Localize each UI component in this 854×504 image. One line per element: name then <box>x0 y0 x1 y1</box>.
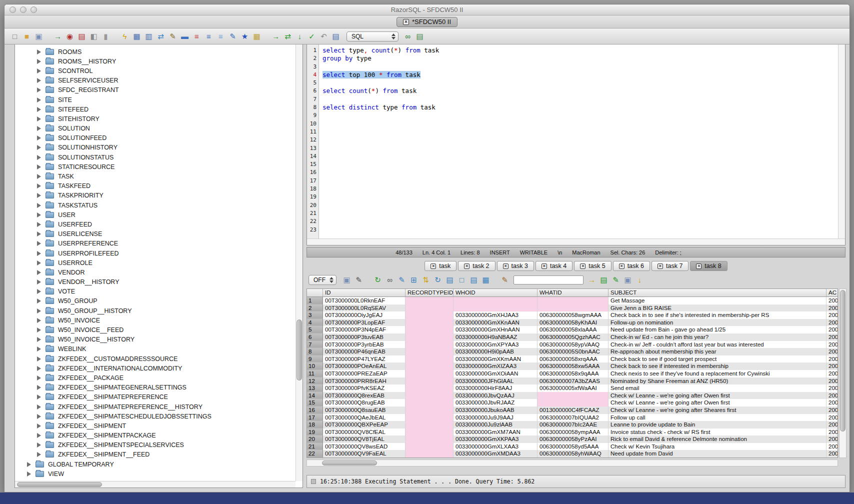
grid-cell-subject[interactable]: Check back in to see if she's interested… <box>608 312 826 319</box>
edit-table-icon[interactable]: ▦ <box>132 31 142 42</box>
grid-cell-id[interactable]: 00T3000000P46qnEAB <box>323 348 406 356</box>
document-tab[interactable]: × *SFDCW50 II <box>396 17 458 27</box>
grid-cell-subject[interactable]: Check-in w/ Jeff - couldn't afford last … <box>608 341 826 348</box>
code-line[interactable] <box>322 185 838 193</box>
grid-cell-id[interactable]: 00T3000000P3N4pEAF <box>323 326 406 334</box>
row-number-cell[interactable]: 21 <box>307 443 323 450</box>
grid-cell-subject[interactable]: Check w/ Leanne - we're going after Owen… <box>608 399 826 406</box>
code-line[interactable] <box>322 63 838 71</box>
favorites-icon[interactable]: ★ <box>240 31 250 42</box>
code-line[interactable] <box>322 168 838 176</box>
grid-cell-recordtypeid[interactable] <box>406 414 454 422</box>
disclosure-triangle-icon[interactable] <box>37 308 41 314</box>
row-number-cell[interactable]: 1 <box>307 297 323 304</box>
grid-cell-whatid[interactable]: 006300000058x9qAAA <box>538 370 608 378</box>
sidebar-item-view[interactable]: VIEW <box>15 469 302 478</box>
disclosure-triangle-icon[interactable] <box>37 394 41 400</box>
code-line[interactable] <box>322 112 838 120</box>
grid-cell-whatid[interactable]: 006300000058xrqAAA <box>538 356 608 363</box>
grid-cell-ac[interactable]: 200 <box>826 326 838 334</box>
sidebar-item-userpreference[interactable]: USERPREFERENCE <box>15 239 302 248</box>
disclosure-triangle-icon[interactable] <box>37 433 41 438</box>
code-line[interactable] <box>322 218 838 226</box>
grid-cell-subject[interactable]: Re-approach about membership this year <box>608 348 826 356</box>
row-number-cell[interactable]: 3 <box>307 312 323 319</box>
column-header-subject[interactable]: SUBJECT <box>608 289 826 297</box>
sidebar-item-zkfedex-shipmatescheduledjobssettings[interactable]: ZKFEDEX__SHIPMATESCHEDULEDJOBSSETTINGS <box>15 412 302 421</box>
column-list-icon[interactable]: ≡ <box>192 31 202 42</box>
grid-cell-subject[interactable]: Check back to see if good target prospec… <box>608 356 826 363</box>
row-number-cell[interactable]: 9 <box>307 356 323 363</box>
sidebar-item-taskpriority[interactable]: TASKPRIORITY <box>15 191 302 200</box>
disclosure-triangle-icon[interactable] <box>37 414 41 419</box>
grid-cell-ac[interactable]: 200 <box>826 304 838 312</box>
fetch-down-icon[interactable]: ↓ <box>294 31 305 42</box>
row-number-cell[interactable]: 15 <box>307 399 323 406</box>
grid-cell-whoid[interactable]: 0033000000JbvQzAAJ <box>454 392 538 400</box>
row-number-cell[interactable]: 6 <box>307 334 323 341</box>
disclosure-triangle-icon[interactable] <box>37 184 41 188</box>
grid-cell-ac[interactable]: 200 <box>826 341 838 348</box>
result-tab-task[interactable]: ×task <box>424 261 456 271</box>
disclosure-triangle-icon[interactable] <box>37 78 41 83</box>
sidebar-item-zkfedex-shipmatepreference-history[interactable]: ZKFEDEX__SHIPMATEPREFERENCE__HISTORY <box>15 402 302 412</box>
close-document-icon[interactable]: × <box>403 19 409 25</box>
grid-cell-ac[interactable]: 200 <box>826 348 838 356</box>
connections-icon[interactable]: ▮ <box>100 31 111 42</box>
disclosure-triangle-icon[interactable] <box>37 289 41 294</box>
disclosure-triangle-icon[interactable] <box>37 298 41 304</box>
close-tab-icon[interactable]: × <box>464 264 470 269</box>
row-number-cell[interactable]: 2 <box>307 304 323 312</box>
grid-cell-subject[interactable]: Check w/ Kevin Tsujihara <box>608 443 826 450</box>
grid-cell-whoid[interactable]: 0033000000H9aNBAAZ <box>454 334 538 341</box>
disclosure-triangle-icon[interactable] <box>37 164 41 170</box>
close-tab-icon[interactable]: × <box>619 264 624 269</box>
sidebar-item-sfdc-registrant[interactable]: SFDC_REGISTRANT <box>15 86 302 95</box>
disclosure-triangle-icon[interactable] <box>37 203 41 208</box>
grid-cell-ac[interactable]: 200 <box>826 356 838 363</box>
disclosure-triangle-icon[interactable] <box>37 145 41 150</box>
close-tab-icon[interactable]: × <box>430 264 436 269</box>
run-all-icon[interactable]: ⇄ <box>282 31 293 42</box>
result-tab-task-7[interactable]: ×task 7 <box>652 261 688 271</box>
disclosure-triangle-icon[interactable] <box>37 452 41 457</box>
column-header-ac[interactable]: AC <box>826 289 838 297</box>
close-tab-icon[interactable]: × <box>696 264 702 269</box>
grid-cell-ac[interactable]: 200 <box>826 443 838 450</box>
grid-cell-id[interactable]: 00T3000000P3LopEAF <box>323 319 406 326</box>
grid-cell-id[interactable]: 00T3000000PREZaEAP <box>323 370 406 378</box>
grid-cell-whatid[interactable]: 00630000007bIc2AAE <box>538 421 608 428</box>
new-connection-icon[interactable]: ◧ <box>88 31 99 42</box>
format-sql-icon[interactable]: ✎ <box>228 31 238 42</box>
sidebar-item-zkfedex-internationalcommodity[interactable]: ZKFEDEX__INTERNATIONALCOMMODITY <box>15 364 302 373</box>
sidebar-item-w50-group-history[interactable]: W50_GROUP__HISTORY <box>15 306 302 316</box>
grid-cell-subject[interactable]: Rick to email David & reference Delmonte… <box>608 436 826 443</box>
disclosure-triangle-icon[interactable] <box>37 346 41 352</box>
disclosure-triangle-icon[interactable] <box>37 136 41 140</box>
close-window-button[interactable] <box>10 6 16 13</box>
grid-cell-whoid[interactable]: 0033000000JbukoAAB <box>454 406 538 414</box>
grid-cell-whatid[interactable] <box>538 297 608 304</box>
grid-cell-recordtypeid[interactable] <box>406 392 454 400</box>
grid-horizontal-scrollbar-thumb[interactable] <box>322 460 377 466</box>
grid-cell-ac[interactable]: 200 <box>826 319 838 326</box>
code-line[interactable]: select count(*) from task <box>322 87 838 95</box>
grid-cell-ac[interactable]: 200 <box>826 414 838 422</box>
row-number-cell[interactable]: 17 <box>307 414 323 422</box>
grid-cell-id[interactable]: 00T3000000Q8sauEAB <box>323 406 406 414</box>
row-number-cell[interactable]: 11 <box>307 370 323 378</box>
grid-cell-id[interactable]: 00T3000000PRR8rEAH <box>323 378 406 385</box>
grid-cell-whatid[interactable]: 006300000058ympAAA <box>538 428 608 436</box>
grid-cell-whoid[interactable]: 0033000000JFhGlAAL <box>454 378 538 385</box>
grid-cell-recordtypeid[interactable] <box>406 450 454 458</box>
download-column-icon[interactable]: ↓ <box>634 274 645 285</box>
code-line[interactable] <box>322 96 838 104</box>
edit-mode-icon[interactable]: ✎ <box>396 274 407 285</box>
title-bar[interactable]: RazorSQL - SFDCW50 II <box>4 4 850 16</box>
sidebar-item-vendor-history[interactable]: VENDOR__HISTORY <box>15 278 302 287</box>
grid-cell-id[interactable]: 00T3000000P3yrbEAB <box>323 341 406 348</box>
grid-cell-subject[interactable]: Nominated by Shane Freeman at ANZ (HR50) <box>608 378 826 385</box>
row-number-cell[interactable]: 19 <box>307 428 323 436</box>
grid-cell-recordtypeid[interactable] <box>406 304 454 312</box>
sidebar-item-vote[interactable]: VOTE <box>15 287 302 296</box>
